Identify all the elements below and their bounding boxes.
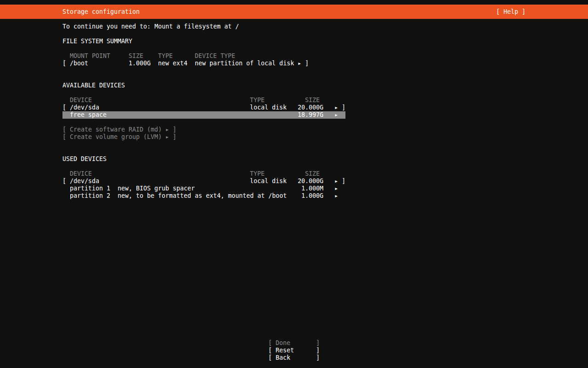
- back-button[interactable]: [ Back ]: [0, 354, 588, 362]
- cell-device: /dev/sda: [70, 178, 99, 185]
- cell-device: partition 1: [70, 185, 110, 192]
- column-header-type: TYPE: [250, 97, 265, 104]
- cell-device: /dev/sda: [70, 104, 99, 111]
- fs-summary-row-boot[interactable]: [ /boot 1.000G new ext4 new partition of…: [0, 60, 588, 67]
- help-button[interactable]: [ Help ]: [496, 8, 526, 15]
- storage-configuration-screen: Storage configuration [ Help ] To contin…: [0, 0, 588, 368]
- expand-arrow-icon: ▸: [334, 111, 338, 119]
- bracket-close: ]: [316, 354, 320, 362]
- filesystem-summary-header-row: MOUNT POINT SIZE TYPE DEVICE TYPE: [0, 52, 588, 60]
- expand-arrow-icon: ▸: [298, 60, 301, 67]
- reset-button[interactable]: [ Reset ]: [0, 347, 588, 354]
- bracket-open: [: [268, 347, 272, 354]
- expand-arrow-icon: ▸: [334, 192, 338, 200]
- bracket-close: ]: [316, 347, 320, 354]
- titlebar: Storage configuration [ Help ]: [0, 5, 588, 19]
- used-row-partition-2[interactable]: partition 2 new, to be formatted as ext4…: [0, 192, 588, 200]
- bracket-close: ]: [316, 339, 320, 347]
- cell-device: partition 2: [70, 192, 110, 200]
- column-header-device: DEVICE: [70, 170, 92, 178]
- cell-description: new, BIOS grub spacer: [118, 185, 195, 192]
- column-header-size: SIZE: [305, 170, 320, 178]
- instruction-label: To continue you need to: Mount a filesys…: [62, 23, 239, 30]
- action-create-lvm[interactable]: [ Create volume group (LVM) ▸ ]: [0, 133, 588, 141]
- bracket-close: ]: [342, 104, 345, 111]
- bracket-open: [: [62, 60, 66, 67]
- cell-size: 20.000G: [272, 104, 323, 111]
- column-header-device-type: DEVICE TYPE: [195, 52, 235, 60]
- button-label: Reset: [276, 347, 294, 354]
- bracket-open: [: [268, 354, 272, 362]
- used-row-partition-1[interactable]: partition 1 new, BIOS grub spacer 1.000M…: [0, 185, 588, 192]
- expand-arrow-icon: ▸: [334, 178, 338, 185]
- bracket-open: [: [62, 178, 66, 185]
- cell-device-type: new partition of local disk: [195, 60, 294, 67]
- bracket-open: [: [62, 133, 66, 141]
- device-row-free-space[interactable]: free space 18.997G ▸: [0, 111, 588, 119]
- expand-arrow-icon: ▸: [165, 126, 169, 133]
- instruction-text: To continue you need to: Mount a filesys…: [0, 23, 588, 30]
- section-title: USED DEVICES: [62, 155, 107, 163]
- cell-size: 1.000G: [129, 60, 151, 67]
- section-title: FILE SYSTEM SUMMARY: [62, 38, 132, 45]
- bracket-open: [: [62, 104, 66, 111]
- expand-arrow-icon: ▸: [334, 104, 338, 111]
- bracket-open: [: [62, 126, 66, 133]
- action-label: Create software RAID (md): [70, 126, 162, 133]
- done-button[interactable]: [ Done ]: [0, 339, 588, 347]
- action-label: Create volume group (LVM): [70, 133, 162, 141]
- bracket-close: ]: [173, 133, 176, 141]
- column-header-device: DEVICE: [70, 97, 92, 104]
- bracket-close: ]: [342, 178, 345, 185]
- column-header-mount-point: MOUNT POINT: [70, 52, 110, 60]
- cell-size: 20.000G: [272, 178, 323, 185]
- device-row-sda[interactable]: [ /dev/sda local disk 20.000G ▸ ]: [0, 104, 588, 111]
- cell-mount-point: /boot: [70, 60, 88, 67]
- button-label: Done: [276, 339, 290, 347]
- cell-device: free space: [70, 111, 107, 119]
- column-header-type: TYPE: [250, 170, 265, 178]
- cell-description: new, to be formatted as ext4, mounted at…: [118, 192, 287, 200]
- expand-arrow-icon: ▸: [334, 185, 338, 192]
- bracket-close: ]: [173, 126, 176, 133]
- column-header-size: SIZE: [305, 97, 320, 104]
- button-label: Back: [276, 354, 290, 362]
- cell-size: 18.997G: [272, 111, 323, 119]
- filesystem-summary-title: FILE SYSTEM SUMMARY: [0, 38, 588, 45]
- cell-type: new ext4: [158, 60, 187, 67]
- section-title: AVAILABLE DEVICES: [62, 82, 125, 89]
- page-title: Storage configuration: [62, 8, 140, 15]
- bracket-open: [: [268, 339, 272, 347]
- action-create-raid[interactable]: [ Create software RAID (md) ▸ ]: [0, 126, 588, 133]
- cell-size: 1.000G: [272, 192, 323, 200]
- column-header-type: TYPE: [158, 52, 173, 60]
- bracket-close: ]: [305, 60, 309, 67]
- available-devices-title: AVAILABLE DEVICES: [0, 82, 588, 89]
- used-row-sda[interactable]: [ /dev/sda local disk 20.000G ▸ ]: [0, 178, 588, 185]
- expand-arrow-icon: ▸: [165, 133, 169, 141]
- used-devices-title: USED DEVICES: [0, 155, 588, 163]
- used-devices-header-row: DEVICE TYPE SIZE: [0, 170, 588, 178]
- column-header-size: SIZE: [129, 52, 143, 60]
- available-devices-header-row: DEVICE TYPE SIZE: [0, 97, 588, 104]
- cell-size: 1.000M: [272, 185, 323, 192]
